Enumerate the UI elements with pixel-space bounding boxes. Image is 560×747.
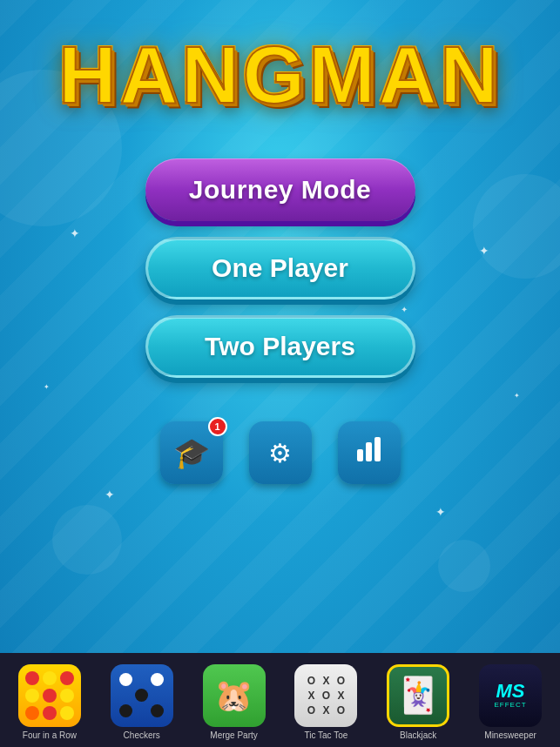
ttt-cell: O bbox=[304, 703, 318, 717]
app-item-checkers[interactable]: Checkers bbox=[96, 664, 188, 740]
checkers-icon bbox=[111, 664, 173, 727]
grid-cell bbox=[43, 671, 57, 685]
ttt-cell: X bbox=[334, 689, 347, 703]
journey-mode-button[interactable]: Journey Mode bbox=[145, 158, 415, 221]
ttt-cell: O bbox=[334, 674, 347, 688]
two-players-button[interactable]: Two Players bbox=[145, 315, 415, 378]
checker-piece bbox=[135, 704, 148, 717]
settings-button[interactable]: ⚙ bbox=[249, 421, 312, 484]
notification-badge: 1 bbox=[208, 417, 227, 436]
svg-rect-0 bbox=[357, 449, 363, 461]
stats-button[interactable] bbox=[338, 421, 401, 484]
app-label-minesweeper: Minesweeper bbox=[484, 730, 536, 740]
blackjack-icon: 🃏 bbox=[387, 664, 449, 727]
app-label-four-in-a-row: Four in a Row bbox=[23, 730, 77, 740]
icon-buttons-row: 🎓 1 ⚙ bbox=[160, 421, 401, 484]
grid-cell bbox=[25, 671, 39, 685]
merge-party-icon: 🐹 bbox=[203, 664, 266, 727]
app-item-tic-tac-toe[interactable]: O X O X O X O X O Tic Tac Toe bbox=[280, 664, 372, 740]
checker-piece bbox=[151, 689, 164, 702]
app-label-tic-tac-toe: Tic Tac Toe bbox=[304, 730, 347, 740]
svg-rect-1 bbox=[366, 442, 372, 461]
app-item-merge-party[interactable]: 🐹 Merge Party bbox=[188, 664, 280, 740]
graduation-cap-icon: 🎓 bbox=[173, 435, 210, 470]
app-bar: Four in a Row Checkers 🐹 Merge Party bbox=[0, 653, 560, 747]
checker-piece bbox=[119, 689, 132, 702]
one-player-button[interactable]: One Player bbox=[145, 237, 415, 299]
ms-logo-text: MS bbox=[496, 682, 525, 701]
game-title: HANGMAN bbox=[58, 35, 501, 115]
grid-cell bbox=[60, 689, 74, 703]
checker-piece bbox=[151, 704, 164, 717]
checker-piece bbox=[119, 704, 132, 717]
ttt-cell: X bbox=[304, 689, 318, 703]
checker-piece bbox=[151, 673, 164, 686]
main-content: HANGMAN Journey Mode One Player Two Play… bbox=[0, 0, 560, 653]
grid-cell bbox=[25, 689, 39, 703]
ms-effect-text: EFFECT bbox=[494, 701, 526, 709]
app-item-blackjack[interactable]: 🃏 Blackjack bbox=[372, 664, 464, 740]
checker-piece bbox=[135, 689, 148, 702]
svg-rect-2 bbox=[374, 437, 381, 461]
app-label-merge-party: Merge Party bbox=[210, 730, 257, 740]
bar-chart-icon bbox=[354, 434, 385, 472]
checker-piece bbox=[119, 673, 132, 686]
gear-icon: ⚙ bbox=[268, 438, 292, 468]
grid-cell bbox=[25, 706, 39, 720]
app-label-checkers: Checkers bbox=[124, 730, 160, 740]
ttt-cell: X bbox=[319, 674, 333, 688]
grid-cell bbox=[43, 689, 57, 703]
grid-cell bbox=[60, 706, 74, 720]
grid-cell bbox=[60, 671, 74, 685]
four-in-a-row-icon bbox=[18, 664, 81, 727]
app-item-four-in-a-row[interactable]: Four in a Row bbox=[3, 664, 96, 740]
app-label-blackjack: Blackjack bbox=[400, 730, 436, 740]
ttt-cell: O bbox=[319, 689, 333, 703]
minesweeper-icon: MS EFFECT bbox=[479, 664, 542, 727]
checker-piece bbox=[135, 673, 148, 686]
app-item-minesweeper[interactable]: MS EFFECT Minesweeper bbox=[464, 664, 557, 740]
ttt-cell: O bbox=[304, 674, 318, 688]
tic-tac-toe-icon: O X O X O X O X O bbox=[294, 664, 357, 727]
tutorial-button[interactable]: 🎓 1 bbox=[160, 421, 223, 484]
ttt-cell: X bbox=[319, 703, 333, 717]
grid-cell bbox=[43, 706, 57, 720]
ttt-cell: O bbox=[334, 703, 347, 717]
